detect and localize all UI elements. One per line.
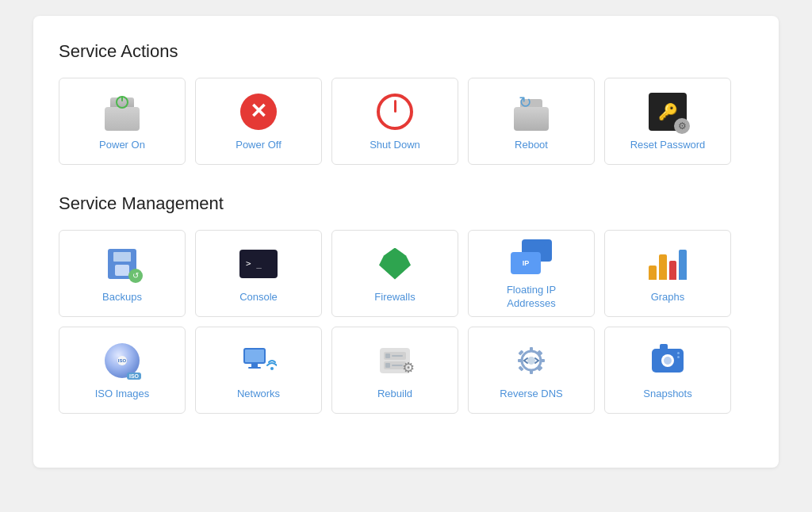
svg-rect-7 xyxy=(385,353,390,358)
service-management-grid: ↺ Backups > _ Console Firewalls xyxy=(59,230,753,414)
networks-icon-area xyxy=(238,340,279,381)
rebuild-icon-area: ⚙ xyxy=(374,340,416,381)
svg-rect-4 xyxy=(248,367,261,369)
power-off-icon: ✕ xyxy=(240,94,277,130)
snapshots-icon xyxy=(649,343,687,378)
firewalls-icon xyxy=(377,245,412,283)
firewalls-icon-area xyxy=(374,243,416,285)
floating-ip-label: Floating IPAddresses xyxy=(507,284,556,311)
firewalls-label: Firewalls xyxy=(374,291,415,304)
rebuild-gear-icon: ⚙ xyxy=(402,359,415,376)
firewalls-card[interactable]: Firewalls xyxy=(331,230,458,317)
reboot-icon: ↻ xyxy=(512,93,550,131)
backups-card[interactable]: ↺ Backups xyxy=(59,230,186,317)
reset-password-icon-area: 🔑 ⚙ xyxy=(647,91,688,132)
reverse-dns-card[interactable]: Reverse DNS xyxy=(468,327,595,414)
reverse-dns-icon-area xyxy=(511,340,552,381)
reset-password-card[interactable]: 🔑 ⚙ Reset Password xyxy=(604,78,731,165)
rebuild-label: Rebuild xyxy=(377,388,412,401)
iso-images-icon: ISO ISO xyxy=(103,342,141,380)
floating-ip-icon: IP xyxy=(511,239,552,274)
console-icon-area: > _ xyxy=(238,243,279,285)
svg-rect-2 xyxy=(245,350,264,362)
rebuild-card[interactable]: ⚙ Rebuild xyxy=(331,327,458,414)
svg-rect-8 xyxy=(392,355,403,357)
reverse-dns-label: Reverse DNS xyxy=(500,388,562,401)
main-card: Service Actions Power On ✕ xyxy=(33,16,779,468)
power-off-card[interactable]: ✕ Power Off xyxy=(195,78,322,165)
shut-down-card[interactable]: Shut Down xyxy=(331,78,458,165)
networks-label: Networks xyxy=(237,388,280,401)
rebuild-icon: ⚙ xyxy=(376,343,414,378)
svg-rect-3 xyxy=(251,364,258,367)
svg-rect-16 xyxy=(518,359,523,362)
backups-icon: ↺ xyxy=(103,245,141,283)
reboot-label: Reboot xyxy=(515,139,548,152)
service-actions-grid: Power On ✕ Power Off Shut Down xyxy=(59,78,753,165)
backups-icon-area: ↺ xyxy=(102,243,143,285)
floating-ip-card[interactable]: IP Floating IPAddresses xyxy=(468,230,595,317)
reboot-card[interactable]: ↻ Reboot xyxy=(468,78,595,165)
networks-card[interactable]: Networks xyxy=(195,327,322,414)
power-on-icon xyxy=(103,93,141,131)
service-actions-title: Service Actions xyxy=(59,41,753,62)
iso-images-label: ISO Images xyxy=(95,388,150,401)
svg-point-13 xyxy=(527,357,535,365)
snapshots-label: Snapshots xyxy=(643,388,691,401)
svg-point-5 xyxy=(270,367,274,370)
backups-label: Backups xyxy=(102,291,142,304)
reverse-dns-icon xyxy=(512,342,550,380)
graphs-icon-area xyxy=(647,243,688,285)
power-off-icon-area: ✕ xyxy=(238,91,279,132)
svg-rect-14 xyxy=(530,347,533,352)
console-card[interactable]: > _ Console xyxy=(195,230,322,317)
svg-rect-15 xyxy=(530,369,533,374)
graphs-icon xyxy=(649,246,687,281)
power-on-card[interactable]: Power On xyxy=(59,78,186,165)
power-off-label: Power Off xyxy=(236,139,282,152)
service-management-title: Service Management xyxy=(59,193,753,214)
shut-down-icon-area xyxy=(374,91,416,132)
networks-svg xyxy=(240,345,277,376)
reset-password-label: Reset Password xyxy=(630,139,706,152)
power-on-icon-area xyxy=(102,91,143,132)
svg-rect-11 xyxy=(392,365,403,366)
svg-rect-17 xyxy=(540,359,545,362)
shut-down-label: Shut Down xyxy=(370,139,420,152)
power-on-label: Power On xyxy=(99,139,145,152)
floating-ip-icon-area: IP xyxy=(511,236,552,277)
snapshots-card[interactable]: Snapshots xyxy=(604,327,731,414)
svg-rect-10 xyxy=(385,363,390,368)
reverse-dns-svg xyxy=(513,342,550,379)
reboot-icon-area: ↻ xyxy=(511,91,552,132)
graphs-label: Graphs xyxy=(651,291,685,304)
console-icon: > _ xyxy=(239,250,278,278)
console-label: Console xyxy=(239,291,278,304)
reset-password-icon: 🔑 ⚙ xyxy=(649,93,687,131)
iso-images-card[interactable]: ISO ISO ISO Images xyxy=(59,327,186,414)
graphs-card[interactable]: Graphs xyxy=(604,230,731,317)
iso-images-icon-area: ISO ISO xyxy=(102,340,143,381)
shutdown-icon xyxy=(377,94,413,130)
networks-icon xyxy=(239,343,278,378)
snapshots-icon-area xyxy=(647,340,688,381)
